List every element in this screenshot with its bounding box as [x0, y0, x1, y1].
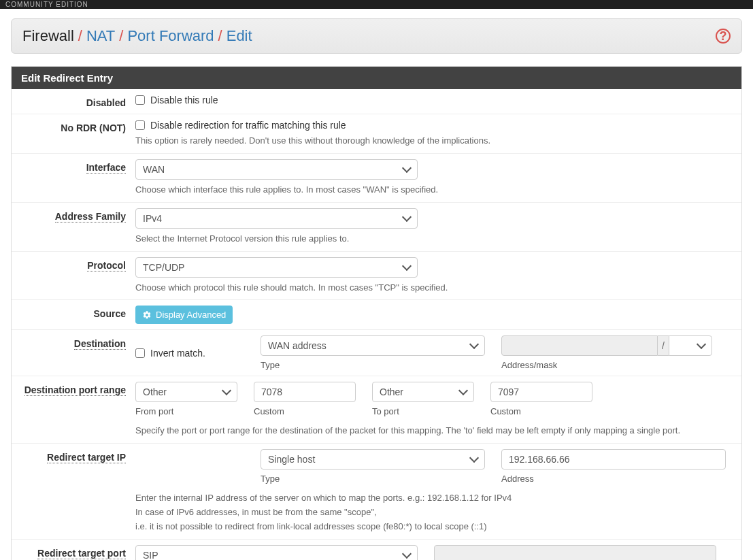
breadcrumb-sep: / — [218, 27, 222, 45]
sub-destination-type: Type — [261, 360, 485, 370]
breadcrumb-sep: / — [119, 27, 123, 45]
input-redirect-ip-address[interactable] — [501, 449, 726, 470]
select-protocol[interactable]: TCP/UDP — [135, 257, 418, 278]
input-destination-address[interactable] — [501, 335, 658, 356]
top-bar: COMMUNITY EDITION — [0, 0, 753, 9]
select-redirect-ip-type[interactable]: Single host — [261, 449, 485, 470]
breadcrumb-root: Firewall — [22, 27, 74, 45]
edit-redirect-panel: Edit Redirect Entry Disabled Disable thi… — [11, 66, 742, 560]
select-from-port-type[interactable]: Other — [135, 382, 237, 402]
breadcrumb-edit: Edit — [227, 27, 252, 45]
label-redirect-target-port: Redirect target port — [37, 548, 126, 559]
help-interface: Choose which interface this rule applies… — [135, 184, 733, 197]
label-interface: Interface — [86, 162, 126, 174]
input-from-port-custom[interactable] — [254, 382, 356, 402]
breadcrumb-bar: Firewall / NAT / Port Forward / Edit ? — [11, 18, 742, 54]
label-protocol: Protocol — [87, 260, 126, 271]
breadcrumb-port-forward[interactable]: Port Forward — [127, 27, 214, 45]
address-mask-separator: / — [658, 335, 669, 356]
checkbox-nordr[interactable] — [135, 120, 145, 130]
help-protocol: Choose which protocol this rule should m… — [135, 282, 733, 295]
label-redirect-target-ip: Redirect target IP — [47, 452, 126, 463]
help-icon[interactable]: ? — [716, 29, 731, 44]
label-disabled: Disabled — [86, 97, 126, 108]
select-destination-mask[interactable] — [669, 335, 712, 356]
label-dest-port-range: Destination port range — [24, 384, 126, 396]
help-redirect-ip-l1: Enter the internal IP address of the ser… — [135, 492, 733, 505]
help-address-family: Select the Internet Protocol version thi… — [135, 233, 733, 246]
edition-label: COMMUNITY EDITION — [5, 1, 88, 8]
input-redirect-port-custom[interactable] — [434, 545, 716, 560]
sub-destination-addr: Address/mask — [501, 360, 712, 370]
sub-redirect-ip-addr: Address — [501, 474, 726, 484]
breadcrumb-nat[interactable]: NAT — [86, 27, 115, 45]
help-redirect-ip-l3: i.e. it is not possible to redirect from… — [135, 521, 733, 533]
sub-from-port: From port — [135, 406, 237, 416]
checkbox-nordr-label: Disable redirection for traffic matching… — [150, 120, 346, 131]
select-to-port-type[interactable]: Other — [372, 382, 474, 402]
panel-title: Edit Redirect Entry — [12, 67, 741, 89]
sub-redirect-ip-type: Type — [261, 474, 485, 484]
invert-match-label: Invert match. — [150, 348, 205, 359]
checkbox-disabled[interactable] — [135, 95, 145, 105]
display-advanced-label: Display Advanced — [156, 310, 226, 320]
display-advanced-button[interactable]: Display Advanced — [135, 306, 233, 324]
select-redirect-port[interactable]: SIP — [135, 545, 418, 560]
sub-from-custom: Custom — [254, 406, 356, 416]
label-destination: Destination — [74, 338, 126, 350]
help-nordr: This option is rarely needed. Don't use … — [135, 135, 733, 148]
sub-to-port: To port — [372, 406, 474, 416]
select-destination-type[interactable]: WAN address — [261, 335, 485, 356]
sub-to-custom: Custom — [490, 406, 592, 416]
checkbox-invert-match[interactable] — [135, 348, 145, 358]
label-source: Source — [94, 308, 126, 319]
help-redirect-ip-l2: In case of IPv6 addresses, in must be fr… — [135, 506, 733, 519]
input-to-port-custom[interactable] — [490, 382, 592, 402]
checkbox-disabled-label: Disable this rule — [150, 95, 218, 105]
breadcrumb-sep: / — [78, 27, 82, 45]
help-dest-port-range: Specify the port or port range for the d… — [135, 425, 733, 438]
breadcrumb: Firewall / NAT / Port Forward / Edit — [22, 27, 252, 45]
label-address-family: Address Family — [55, 211, 126, 223]
label-nordr: No RDR (NOT) — [61, 122, 126, 133]
select-address-family[interactable]: IPv4 — [135, 208, 418, 229]
gear-icon — [142, 310, 152, 320]
select-interface[interactable]: WAN — [135, 159, 418, 180]
